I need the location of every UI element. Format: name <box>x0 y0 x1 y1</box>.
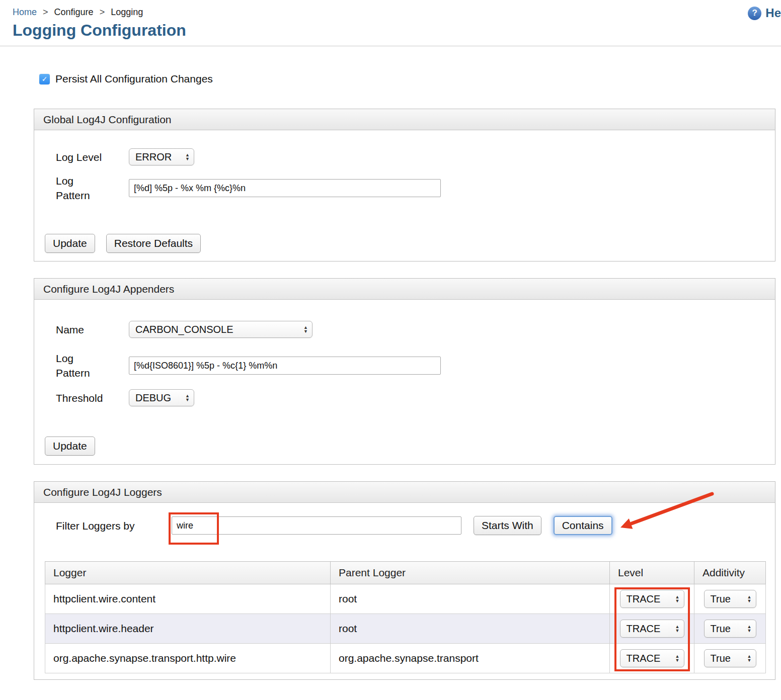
select-updown-icon: ▲▼ <box>747 625 752 633</box>
log-pattern-row: Log Pattern <box>56 173 765 203</box>
top-bar: Home > Configure > Logging ? He <box>0 0 781 13</box>
level-select[interactable]: TRACE ▲▼ <box>620 620 684 638</box>
select-updown-icon: ▲▼ <box>303 325 308 333</box>
additivity-cell: True ▲▼ <box>694 644 766 673</box>
appenders-buttons-row: Update <box>45 436 765 456</box>
help-label: He <box>765 6 781 20</box>
appender-name-label: Name <box>56 322 129 337</box>
level-select[interactable]: TRACE ▲▼ <box>620 649 684 667</box>
additivity-select[interactable]: True ▲▼ <box>704 620 756 638</box>
select-updown-icon: ▲▼ <box>747 654 752 662</box>
threshold-value: DEBUG <box>135 392 171 404</box>
help-link[interactable]: ? He <box>748 6 781 20</box>
level-cell: TRACE ▲▼ <box>610 584 694 614</box>
log-level-label: Log Level <box>56 150 129 164</box>
loggers-panel-body: Filter Loggers by Starts With Contains <box>34 503 775 679</box>
col-header-parent-logger: Parent Logger <box>331 562 610 584</box>
global-panel-header: Global Log4J Configuration <box>34 109 775 130</box>
persist-label: Persist All Configuration Changes <box>55 73 213 85</box>
logger-cell: org.apache.synapse.transport.http.wire <box>45 644 331 673</box>
additivity-select[interactable]: True ▲▼ <box>704 649 756 667</box>
threshold-row: Threshold DEBUG ▲▼ <box>56 389 765 406</box>
breadcrumb-separator: > <box>100 7 105 17</box>
additivity-value: True <box>711 653 731 664</box>
restore-defaults-button[interactable]: Restore Defaults <box>106 234 201 253</box>
logger-cell: httpclient.wire.content <box>45 584 331 614</box>
logging-configuration-page: Home > Configure > Logging ? He Logging … <box>0 0 781 700</box>
log-pattern-input[interactable] <box>129 179 441 197</box>
global-buttons-row: Update Restore Defaults <box>45 234 765 253</box>
filter-input-wrap <box>172 516 461 535</box>
level-value: TRACE <box>627 593 661 605</box>
parent-logger-cell: root <box>331 584 610 614</box>
breadcrumb-logging: Logging <box>111 7 143 17</box>
contains-button[interactable]: Contains <box>554 516 612 535</box>
level-value: TRACE <box>627 623 661 635</box>
breadcrumb-home-link[interactable]: Home <box>13 7 37 17</box>
appenders-panel-body: Name CARBON_CONSOLE ▲▼ Log Pattern Thres… <box>34 300 775 464</box>
threshold-label: Threshold <box>56 391 129 405</box>
select-updown-icon: ▲▼ <box>747 595 752 603</box>
table-row: httpclient.wire.header root TRACE ▲▼ <box>45 614 766 644</box>
select-updown-icon: ▲▼ <box>675 625 680 633</box>
help-icon: ? <box>748 7 761 20</box>
parent-logger-cell: root <box>331 614 610 644</box>
page-title: Logging Configuration <box>13 21 781 40</box>
level-cell: TRACE ▲▼ <box>610 614 694 644</box>
filter-label: Filter Loggers by <box>56 518 172 533</box>
persist-checkbox[interactable]: ✓ <box>39 74 50 84</box>
global-log4j-panel: Global Log4J Configuration Log Level ERR… <box>34 109 775 261</box>
logger-cell: httpclient.wire.header <box>45 614 331 644</box>
log-level-select[interactable]: ERROR ▲▼ <box>129 148 194 165</box>
col-header-additivity: Additivity <box>694 562 766 584</box>
global-panel-body: Log Level ERROR ▲▼ Log Pattern Update Re… <box>34 130 775 261</box>
table-row: org.apache.synapse.transport.http.wire o… <box>45 644 766 673</box>
update-button[interactable]: Update <box>45 234 95 253</box>
question-mark: ? <box>752 8 757 18</box>
appenders-panel: Configure Log4J Appenders Name CARBON_CO… <box>34 278 775 465</box>
col-header-level: Level <box>610 562 694 584</box>
level-select[interactable]: TRACE ▲▼ <box>620 590 684 608</box>
additivity-cell: True ▲▼ <box>694 584 766 614</box>
appender-name-row: Name CARBON_CONSOLE ▲▼ <box>56 321 765 338</box>
global-panel-title: Global Log4J Configuration <box>43 114 172 126</box>
loggers-table: Logger Parent Logger Level Additivity ht… <box>45 561 766 673</box>
loggers-panel-title: Configure Log4J Loggers <box>43 486 162 498</box>
breadcrumb-separator: > <box>43 7 48 17</box>
additivity-cell: True ▲▼ <box>694 614 766 644</box>
select-updown-icon: ▲▼ <box>185 394 190 402</box>
threshold-select[interactable]: DEBUG ▲▼ <box>129 389 194 406</box>
filter-row: Filter Loggers by Starts With Contains <box>56 516 765 535</box>
appender-pattern-row: Log Pattern <box>56 351 765 380</box>
loggers-panel-header: Configure Log4J Loggers <box>34 482 775 503</box>
appenders-panel-title: Configure Log4J Appenders <box>43 283 174 295</box>
additivity-select[interactable]: True ▲▼ <box>704 590 756 608</box>
loggers-table-wrap: Logger Parent Logger Level Additivity ht… <box>45 561 765 673</box>
appender-name-value: CARBON_CONSOLE <box>135 324 233 335</box>
parent-logger-cell: org.apache.synapse.transport <box>331 644 610 673</box>
appender-pattern-label: Log Pattern <box>56 351 129 380</box>
title-divider <box>0 46 781 46</box>
level-value: TRACE <box>627 653 661 664</box>
col-header-logger: Logger <box>45 562 331 584</box>
checkmark-icon: ✓ <box>42 75 48 83</box>
appender-name-select[interactable]: CARBON_CONSOLE ▲▼ <box>129 321 313 338</box>
select-updown-icon: ▲▼ <box>675 595 680 603</box>
additivity-value: True <box>711 593 731 605</box>
table-header-row: Logger Parent Logger Level Additivity <box>45 562 766 584</box>
starts-with-button[interactable]: Starts With <box>474 516 541 535</box>
log-level-value: ERROR <box>135 151 172 163</box>
select-updown-icon: ▲▼ <box>185 153 190 161</box>
log-pattern-label: Log Pattern <box>56 173 129 203</box>
appenders-update-button[interactable]: Update <box>45 436 95 456</box>
appenders-panel-header: Configure Log4J Appenders <box>34 279 775 300</box>
loggers-panel: Configure Log4J Loggers Filter Loggers b… <box>34 481 775 680</box>
log-level-row: Log Level ERROR ▲▼ <box>56 148 765 165</box>
appender-pattern-input[interactable] <box>129 357 441 375</box>
additivity-value: True <box>711 623 731 635</box>
level-cell: TRACE ▲▼ <box>610 644 694 673</box>
persist-row: ✓ Persist All Configuration Changes <box>39 73 781 84</box>
breadcrumb: Home > Configure > Logging <box>13 7 781 18</box>
breadcrumb-configure[interactable]: Configure <box>54 7 94 17</box>
filter-input[interactable] <box>172 516 461 535</box>
